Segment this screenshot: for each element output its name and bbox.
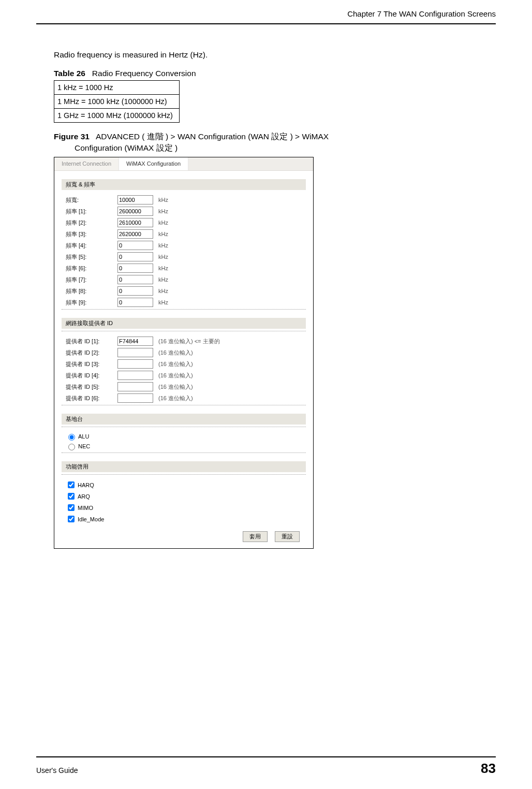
frequency-label: 頻率 [9]: (66, 299, 117, 306)
table-caption: Table 26 Radio Frequency Conversion (54, 69, 496, 78)
provider-label: 提供者 ID [1]: (66, 338, 117, 345)
conversion-table: 1 kHz = 1000 Hz 1 MHz = 1000 kHz (100000… (54, 80, 180, 123)
provider-hint: (16 進位輸入) (158, 394, 193, 402)
frequency-row: 頻率 [2]:kHz (66, 218, 306, 227)
divider (62, 331, 306, 331)
frequency-label: 頻率 [1]: (66, 208, 117, 215)
section-feature-enable: 功能啓用 (62, 461, 306, 472)
feature-option[interactable]: ARQ (66, 491, 306, 501)
frequency-input[interactable] (117, 207, 153, 216)
provider-label: 提供者 ID [5]: (66, 383, 117, 391)
base-option-label: NEC (78, 443, 90, 449)
base-option[interactable]: NEC (66, 442, 306, 450)
frequency-label: 頻率 [2]: (66, 219, 117, 227)
table-row: 1 GHz = 1000 MHz (1000000 kHz) (54, 108, 180, 122)
frequency-label: 頻率 [6]: (66, 265, 117, 272)
frequency-input[interactable] (117, 195, 153, 204)
frequency-input[interactable] (117, 275, 153, 284)
provider-row: 提供者 ID [3]:(16 進位輸入) (66, 359, 306, 369)
frequency-label: 頻率 [7]: (66, 276, 117, 284)
tab-wimax-configuration[interactable]: WiMAX Configuration (119, 157, 188, 170)
frequency-unit: kHz (158, 276, 168, 283)
frequency-row: 頻率 [8]:kHz (66, 286, 306, 296)
intro-text: Radio frequency is measured in Hertz (Hz… (54, 50, 496, 60)
base-radio[interactable] (68, 434, 75, 441)
tab-strip: Internet Connection WiMAX Configuration (54, 157, 313, 171)
frequency-row: 頻率 [1]:kHz (66, 207, 306, 216)
provider-input[interactable] (117, 393, 153, 403)
provider-label: 提供者 ID [3]: (66, 360, 117, 368)
provider-row: 提供者 ID [1]:(16 進位輸入) <= 主要的 (66, 337, 306, 346)
frequency-row: 頻率 [9]:kHz (66, 298, 306, 307)
feature-checkbox[interactable] (68, 493, 75, 500)
provider-input[interactable] (117, 371, 153, 380)
provider-hint: (16 進位輸入) (158, 349, 193, 357)
provider-hint: (16 進位輸入) (158, 360, 193, 368)
provider-input[interactable] (117, 359, 153, 369)
base-radio[interactable] (68, 444, 75, 450)
section-bandwidth-frequency: 頻寬 & 頻率 (62, 179, 306, 190)
chapter-title: Chapter 7 The WAN Configuration Screens (347, 9, 496, 18)
frequency-unit: kHz (158, 197, 168, 203)
figure-caption: Figure 31 ADVANCED ( 進階 ) > WAN Configur… (54, 131, 496, 154)
feature-checkbox[interactable] (68, 516, 75, 522)
divider (62, 309, 306, 310)
frequency-unit: kHz (158, 220, 168, 226)
frequency-row: 頻寬:kHz (66, 195, 306, 204)
table-title: Radio Frequency Conversion (92, 69, 196, 78)
figure-label: Figure 31 (54, 132, 90, 141)
frequency-row: 頻率 [7]:kHz (66, 275, 306, 284)
section-base-station: 基地台 (62, 414, 306, 425)
page-number: 83 (481, 761, 496, 777)
provider-input[interactable] (117, 348, 153, 357)
frequency-unit: kHz (158, 299, 168, 305)
table-label: Table 26 (54, 69, 85, 78)
divider (62, 427, 306, 427)
provider-label: 提供者 ID [6]: (66, 394, 117, 402)
frequency-input[interactable] (117, 264, 153, 273)
feature-checkbox[interactable] (68, 504, 75, 511)
provider-input[interactable] (117, 337, 153, 346)
frequency-row: 頻率 [5]:kHz (66, 252, 306, 261)
frequency-input[interactable] (117, 241, 153, 250)
figure-title-line1: ADVANCED ( 進階 ) > WAN Configuration (WAN… (96, 132, 329, 141)
frequency-input[interactable] (117, 229, 153, 239)
frequency-label: 頻率 [8]: (66, 287, 117, 295)
provider-row: 提供者 ID [2]:(16 進位輸入) (66, 348, 306, 357)
frequency-row: 頻率 [6]:kHz (66, 264, 306, 273)
section-provider-id: 網路接取提供者 ID (62, 318, 306, 329)
frequency-unit: kHz (158, 254, 168, 260)
reset-button[interactable]: 重設 (275, 531, 300, 542)
frequency-input[interactable] (117, 298, 153, 307)
feature-option[interactable]: Idle_Mode (66, 514, 306, 524)
page-footer: User's Guide 83 (36, 756, 496, 777)
provider-row: 提供者 ID [6]:(16 進位輸入) (66, 393, 306, 403)
feature-option-label: MIMO (78, 505, 93, 511)
apply-button[interactable]: 套用 (243, 531, 268, 542)
divider (62, 452, 306, 453)
tab-internet-connection[interactable]: Internet Connection (54, 157, 119, 170)
table-row: 1 MHz = 1000 kHz (1000000 Hz) (54, 94, 180, 108)
footer-guide: User's Guide (36, 766, 78, 775)
frequency-unit: kHz (158, 208, 168, 214)
frequency-input[interactable] (117, 218, 153, 227)
provider-label: 提供者 ID [4]: (66, 372, 117, 379)
frequency-unit: kHz (158, 242, 168, 249)
base-option-label: ALU (78, 433, 89, 440)
provider-input[interactable] (117, 382, 153, 391)
feature-option[interactable]: MIMO (66, 503, 306, 513)
frequency-input[interactable] (117, 252, 153, 261)
frequency-unit: kHz (158, 288, 168, 294)
frequency-label: 頻寬: (66, 196, 117, 204)
frequency-label: 頻率 [5]: (66, 253, 117, 261)
divider (62, 474, 306, 475)
frequency-unit: kHz (158, 231, 168, 237)
base-option[interactable]: ALU (66, 432, 306, 441)
provider-hint: (16 進位輸入) <= 主要的 (158, 338, 220, 345)
frequency-input[interactable] (117, 286, 153, 296)
feature-option[interactable]: HARQ (66, 480, 306, 490)
frequency-row: 頻率 [4]:kHz (66, 241, 306, 250)
feature-checkbox[interactable] (68, 481, 75, 488)
frequency-row: 頻率 [3]:kHz (66, 229, 306, 239)
frequency-label: 頻率 [3]: (66, 230, 117, 238)
